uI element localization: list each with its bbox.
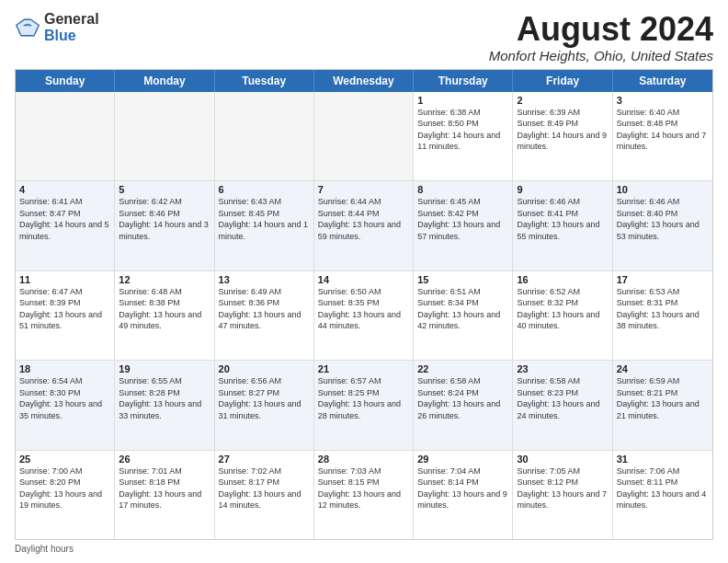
page: General Blue August 2024 Monfort Heights…: [0, 0, 728, 563]
day-number: 7: [318, 184, 409, 195]
day-number: 4: [19, 184, 110, 195]
calendar-cell: 4Sunrise: 6:41 AM Sunset: 8:47 PM Daylig…: [16, 181, 115, 270]
cell-info: Sunrise: 7:00 AM Sunset: 8:20 PM Dayligh…: [19, 465, 110, 511]
calendar-cell: 13Sunrise: 6:49 AM Sunset: 8:36 PM Dayli…: [215, 271, 314, 360]
calendar-cell: 8Sunrise: 6:45 AM Sunset: 8:42 PM Daylig…: [414, 181, 513, 270]
cell-info: Sunrise: 6:57 AM Sunset: 8:25 PM Dayligh…: [318, 375, 409, 421]
calendar-body: 1Sunrise: 6:38 AM Sunset: 8:50 PM Daylig…: [16, 92, 712, 539]
calendar-cell: 6Sunrise: 6:43 AM Sunset: 8:45 PM Daylig…: [215, 181, 314, 270]
calendar-cell: [16, 92, 115, 180]
day-number: 19: [119, 363, 210, 374]
day-header-friday: Friday: [513, 70, 612, 92]
day-number: 8: [417, 184, 508, 195]
calendar-cell: 12Sunrise: 6:48 AM Sunset: 8:38 PM Dayli…: [115, 271, 214, 360]
calendar-cell: 5Sunrise: 6:42 AM Sunset: 8:46 PM Daylig…: [115, 181, 214, 270]
calendar-cell: 1Sunrise: 6:38 AM Sunset: 8:50 PM Daylig…: [414, 92, 513, 180]
cell-info: Sunrise: 6:43 AM Sunset: 8:45 PM Dayligh…: [219, 196, 310, 242]
cell-info: Sunrise: 6:38 AM Sunset: 8:50 PM Dayligh…: [417, 107, 508, 153]
day-number: 15: [417, 274, 508, 285]
calendar-cell: 28Sunrise: 7:03 AM Sunset: 8:15 PM Dayli…: [314, 451, 414, 539]
day-number: 9: [517, 184, 608, 195]
day-number: 13: [219, 274, 310, 285]
day-number: 20: [219, 363, 310, 374]
cell-info: Sunrise: 7:04 AM Sunset: 8:14 PM Dayligh…: [417, 465, 508, 511]
calendar-cell: [215, 92, 314, 180]
day-number: 2: [517, 95, 608, 106]
cell-info: Sunrise: 6:40 AM Sunset: 8:48 PM Dayligh…: [617, 107, 709, 153]
calendar-week-row: 1Sunrise: 6:38 AM Sunset: 8:50 PM Daylig…: [16, 92, 712, 181]
cell-info: Sunrise: 7:01 AM Sunset: 8:18 PM Dayligh…: [119, 465, 210, 511]
calendar-cell: [314, 92, 414, 180]
cell-info: Sunrise: 6:41 AM Sunset: 8:47 PM Dayligh…: [19, 196, 110, 242]
logo-general: General: [44, 11, 99, 27]
day-number: 14: [318, 274, 409, 285]
calendar-cell: 16Sunrise: 6:52 AM Sunset: 8:32 PM Dayli…: [513, 271, 612, 360]
daylight-label: Daylight hours: [15, 544, 74, 554]
cell-info: Sunrise: 6:54 AM Sunset: 8:30 PM Dayligh…: [19, 375, 110, 421]
calendar-cell: 2Sunrise: 6:39 AM Sunset: 8:49 PM Daylig…: [513, 92, 612, 180]
footer-note: Daylight hours: [15, 544, 713, 554]
logo-text: General Blue: [44, 11, 99, 43]
cell-info: Sunrise: 6:58 AM Sunset: 8:23 PM Dayligh…: [517, 375, 608, 421]
day-number: 5: [119, 184, 210, 195]
month-title: August 2024: [489, 11, 713, 48]
day-number: 31: [617, 454, 709, 465]
title-block: August 2024 Monfort Heights, Ohio, Unite…: [489, 11, 713, 63]
day-number: 30: [517, 454, 608, 465]
cell-info: Sunrise: 6:58 AM Sunset: 8:24 PM Dayligh…: [417, 375, 508, 421]
day-number: 1: [417, 95, 508, 106]
cell-info: Sunrise: 7:05 AM Sunset: 8:12 PM Dayligh…: [517, 465, 608, 511]
day-number: 26: [119, 454, 210, 465]
day-header-sunday: Sunday: [16, 70, 115, 92]
day-number: 27: [219, 454, 310, 465]
day-number: 11: [19, 274, 110, 285]
logo-blue: Blue: [44, 28, 76, 43]
day-header-monday: Monday: [115, 70, 214, 92]
calendar-cell: 31Sunrise: 7:06 AM Sunset: 8:11 PM Dayli…: [613, 451, 712, 539]
calendar-header-row: SundayMondayTuesdayWednesdayThursdayFrid…: [16, 70, 712, 92]
day-number: 29: [417, 454, 508, 465]
calendar-cell: 19Sunrise: 6:55 AM Sunset: 8:28 PM Dayli…: [115, 361, 214, 449]
logo: General Blue: [15, 11, 99, 43]
calendar-week-row: 25Sunrise: 7:00 AM Sunset: 8:20 PM Dayli…: [16, 451, 712, 539]
cell-info: Sunrise: 6:47 AM Sunset: 8:39 PM Dayligh…: [19, 286, 110, 332]
day-number: 3: [617, 95, 709, 106]
day-number: 22: [417, 363, 508, 374]
calendar-cell: 20Sunrise: 6:56 AM Sunset: 8:27 PM Dayli…: [215, 361, 314, 449]
calendar-cell: 17Sunrise: 6:53 AM Sunset: 8:31 PM Dayli…: [613, 271, 712, 360]
calendar-cell: 15Sunrise: 6:51 AM Sunset: 8:34 PM Dayli…: [414, 271, 513, 360]
calendar-cell: 10Sunrise: 6:46 AM Sunset: 8:40 PM Dayli…: [613, 181, 712, 270]
cell-info: Sunrise: 6:53 AM Sunset: 8:31 PM Dayligh…: [617, 286, 709, 332]
calendar-week-row: 18Sunrise: 6:54 AM Sunset: 8:30 PM Dayli…: [16, 361, 712, 450]
calendar-cell: 27Sunrise: 7:02 AM Sunset: 8:17 PM Dayli…: [215, 451, 314, 539]
calendar-cell: 9Sunrise: 6:46 AM Sunset: 8:41 PM Daylig…: [513, 181, 612, 270]
day-number: 21: [318, 363, 409, 374]
header: General Blue August 2024 Monfort Heights…: [15, 11, 713, 63]
cell-info: Sunrise: 6:39 AM Sunset: 8:49 PM Dayligh…: [517, 107, 608, 153]
cell-info: Sunrise: 6:51 AM Sunset: 8:34 PM Dayligh…: [417, 286, 508, 332]
cell-info: Sunrise: 6:45 AM Sunset: 8:42 PM Dayligh…: [417, 196, 508, 242]
calendar-cell: 29Sunrise: 7:04 AM Sunset: 8:14 PM Dayli…: [414, 451, 513, 539]
calendar-cell: 25Sunrise: 7:00 AM Sunset: 8:20 PM Dayli…: [16, 451, 115, 539]
cell-info: Sunrise: 6:55 AM Sunset: 8:28 PM Dayligh…: [119, 375, 210, 421]
calendar-cell: 7Sunrise: 6:44 AM Sunset: 8:44 PM Daylig…: [314, 181, 414, 270]
cell-info: Sunrise: 6:50 AM Sunset: 8:35 PM Dayligh…: [318, 286, 409, 332]
cell-info: Sunrise: 6:59 AM Sunset: 8:21 PM Dayligh…: [617, 375, 709, 421]
day-header-saturday: Saturday: [613, 70, 712, 92]
day-number: 24: [617, 363, 709, 374]
day-number: 6: [219, 184, 310, 195]
cell-info: Sunrise: 6:52 AM Sunset: 8:32 PM Dayligh…: [517, 286, 608, 332]
calendar-cell: [115, 92, 214, 180]
calendar-cell: 3Sunrise: 6:40 AM Sunset: 8:48 PM Daylig…: [613, 92, 712, 180]
location: Monfort Heights, Ohio, United States: [489, 48, 713, 63]
day-number: 10: [617, 184, 709, 195]
day-number: 28: [318, 454, 409, 465]
cell-info: Sunrise: 6:49 AM Sunset: 8:36 PM Dayligh…: [219, 286, 310, 332]
calendar-cell: 14Sunrise: 6:50 AM Sunset: 8:35 PM Dayli…: [314, 271, 414, 360]
calendar-cell: 26Sunrise: 7:01 AM Sunset: 8:18 PM Dayli…: [115, 451, 214, 539]
day-number: 17: [617, 274, 709, 285]
calendar-cell: 18Sunrise: 6:54 AM Sunset: 8:30 PM Dayli…: [16, 361, 115, 449]
cell-info: Sunrise: 6:46 AM Sunset: 8:40 PM Dayligh…: [617, 196, 709, 242]
day-number: 23: [517, 363, 608, 374]
cell-info: Sunrise: 6:46 AM Sunset: 8:41 PM Dayligh…: [517, 196, 608, 242]
